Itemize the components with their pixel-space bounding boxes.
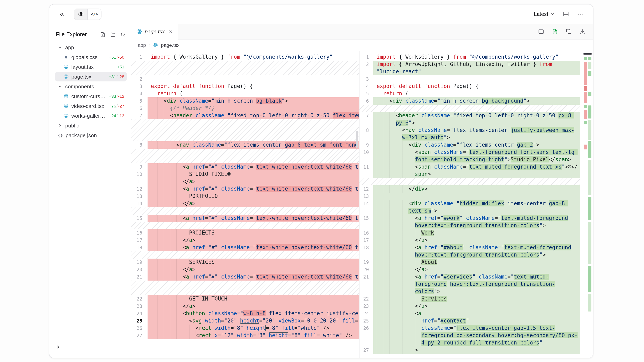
diff-line[interactable]: 18<a href="#" className="text-white hove… — [131, 244, 359, 251]
tree-item-custom-curs-[interactable]: custom-curs…+33/-12 — [55, 91, 127, 101]
code-token — [415, 127, 418, 133]
diff-line[interactable]: 18<a href="#about" className="text-muted… — [360, 244, 582, 259]
diff-line[interactable]: 2import { ArrowUpRight, Github, Linkedin… — [360, 61, 582, 75]
diff-stats: +33/-12 — [109, 94, 124, 98]
diff-line[interactable]: 6<div className="min-h-screen bg-backgro… — [360, 97, 582, 105]
diff-line[interactable]: 27> — [360, 347, 582, 354]
split-view-button[interactable] — [537, 28, 545, 35]
code-token: Work — [421, 230, 434, 236]
tree-item-app[interactable]: app — [55, 42, 127, 52]
diff-line[interactable]: 17</​a> — [131, 237, 359, 244]
diff-line[interactable]: 25href="#contact" — [360, 317, 582, 325]
diff-line[interactable]: 21<a href="#services" className="text-mu… — [360, 273, 582, 295]
breadcrumb: app › page.tsx — [131, 39, 593, 51]
diff-line[interactable]: 10<span className="text-foreground font-… — [360, 149, 582, 163]
left-pane-scrollbar-thumb[interactable] — [356, 131, 358, 148]
line-number: 13 — [360, 193, 373, 200]
diff-line[interactable]: 16Work — [360, 229, 582, 237]
version-selector[interactable]: Latest — [532, 9, 556, 19]
diff-line[interactable]: 8<nav className="flex items-center gap-8… — [131, 141, 359, 149]
diff-line[interactable]: 9<div className="flex items-center gap-2… — [360, 141, 582, 149]
diff-line[interactable]: 20</​a> — [360, 266, 582, 273]
new-file-button[interactable] — [100, 31, 106, 37]
diff-line[interactable]: 22Services — [360, 295, 582, 303]
tree-item-public[interactable]: public — [55, 120, 127, 130]
diff-line[interactable]: 3export default function Page() { — [131, 83, 359, 90]
tree-item-video-card.tsx[interactable]: video-card.tsx+76/-27 — [55, 101, 127, 111]
search-files-button[interactable] — [120, 31, 126, 37]
diff-line[interactable]: 20</​a> — [131, 266, 359, 273]
diff-line[interactable]: 15<a href="#work" className="text-muted-… — [360, 215, 582, 229]
download-button[interactable] — [579, 28, 586, 35]
file-diff-button[interactable] — [551, 28, 559, 35]
diff-line[interactable]: 19SERVICES — [131, 259, 359, 266]
breadcrumb-root[interactable]: app — [138, 42, 146, 48]
tree-item-works-galler-[interactable]: works-galler…+24/-13 — [55, 111, 127, 120]
diff-line[interactable]: 4return ( — [131, 90, 359, 97]
code-token — [266, 332, 269, 338]
panel-bottom-button[interactable] — [561, 9, 571, 19]
tree-item-layout.tsx[interactable]: layout.tsx+51 — [55, 62, 127, 72]
diff-line[interactable]: 1import { WorksGallery } from "@/​compon… — [360, 53, 582, 61]
diff-line[interactable]: 2 — [131, 75, 359, 83]
diff-line[interactable]: 13PORTFOLIO — [131, 193, 359, 200]
diff-line[interactable]: 7<header className="fixed top-0 left-0 r… — [131, 112, 359, 119]
diff-line[interactable]: 6{/​* Header */​} — [131, 105, 359, 112]
diff-line[interactable]: 1import { WorksGallery } from "@/​compon… — [131, 53, 359, 61]
code-token: header — [399, 112, 418, 118]
diff-line[interactable]: 12<a href="#" className="text-white hove… — [131, 185, 359, 193]
diff-line[interactable]: 8<nav className="flex items-center justi… — [360, 127, 582, 141]
diff-line[interactable]: 15<a href="#" className="text-white hove… — [131, 215, 359, 222]
chevrons-left-icon — [58, 11, 65, 17]
diff-line[interactable]: 16PROJECTS — [131, 229, 359, 237]
diff-line[interactable]: 4export default function Page() { — [360, 83, 582, 90]
diff-line[interactable]: 10STUDIO PIXEL® — [131, 171, 359, 178]
diff-line[interactable]: 26<rect width="8" height="8" fill="white… — [131, 325, 359, 332]
close-tab-icon[interactable]: × — [169, 28, 172, 35]
more-options-button[interactable]: ⋯ — [576, 9, 586, 19]
code-token: from — [539, 61, 552, 67]
diff-line[interactable]: 23</​a> — [131, 303, 359, 310]
diff-line[interactable]: 27<rect x="12" width="8" height="8" fill… — [131, 332, 359, 339]
new-folder-button[interactable] — [110, 31, 116, 37]
code-toggle-button[interactable]: </> — [88, 9, 101, 19]
diff-line[interactable]: 14</​a> — [131, 200, 359, 207]
diff-line[interactable]: 12</​div> — [360, 185, 582, 193]
diff-line[interactable]: 17</​a> — [360, 237, 582, 244]
diff-line[interactable]: 3 — [360, 75, 582, 83]
code-token: = — [253, 332, 256, 338]
diff-line[interactable]: 22GET IN TOUCH — [131, 295, 359, 303]
minimap-viewport[interactable] — [583, 53, 592, 54]
diff-line[interactable]: 25<svg width="20" height="20" viewBox="0… — [131, 317, 359, 325]
tree-item-globals.css[interactable]: #globals.css+51/-50 — [55, 52, 127, 62]
diff-line[interactable]: 13 — [360, 193, 582, 200]
tree-item-package.json[interactable]: {}package.json — [55, 130, 127, 140]
code-token: span — [418, 164, 431, 170]
tab-page-tsx[interactable]: page.tsx × — [131, 24, 178, 39]
diff-line[interactable]: 23</​a> — [360, 303, 582, 310]
diff-line[interactable]: 9<a href="#" className="text-white hover… — [131, 163, 359, 171]
preview-toggle-button[interactable] — [74, 9, 88, 19]
code-token: = — [463, 164, 466, 170]
tree-item-components[interactable]: components — [55, 81, 127, 91]
copy-button[interactable] — [565, 28, 573, 35]
code-token: /​> — [320, 325, 330, 331]
breadcrumb-file[interactable]: page.tsx — [161, 42, 180, 48]
diff-line[interactable]: 14<div className="hidden md:flex items-c… — [360, 200, 582, 215]
diff-line[interactable]: 24<a — [360, 310, 582, 317]
diff-line[interactable]: 5<div className="min-h-screen bg-black"> — [131, 97, 359, 105]
diff-line[interactable]: 24<button className="w-8 h-8 flex items-… — [131, 310, 359, 317]
diff-line[interactable]: 11</​a> — [131, 178, 359, 185]
diff-line[interactable]: 5return ( — [360, 90, 582, 97]
code-token: " — [453, 325, 456, 331]
diff-line[interactable]: 26className="flex items-center gap-1.5 t… — [360, 325, 582, 347]
tree-item-page.tsx[interactable]: page.tsx+81/-28 — [55, 72, 127, 81]
collapse-sidebar-button[interactable] — [54, 343, 64, 353]
diff-line[interactable]: 11<span className="text-muted-foreground… — [360, 163, 582, 178]
diff-line[interactable]: 19About — [360, 259, 582, 266]
diff-line[interactable]: 21<a href="#" className="text-white hove… — [131, 273, 359, 281]
code-token: bg-black — [256, 98, 282, 104]
diff-line[interactable]: 7<header className="fixed top-0 left-0 r… — [360, 112, 582, 127]
collapse-chat-button[interactable] — [57, 9, 66, 19]
minimap[interactable] — [583, 53, 592, 358]
